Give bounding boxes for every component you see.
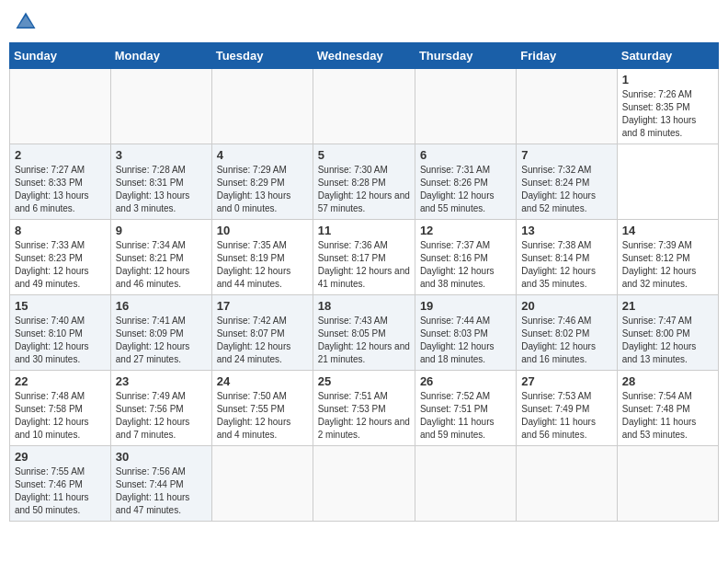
table-row: 10Sunrise: 7:35 AMSunset: 8:19 PMDayligh… — [211, 220, 313, 295]
col-saturday: Saturday — [617, 43, 718, 69]
day-number: 21 — [622, 299, 713, 313]
table-row — [517, 69, 617, 144]
day-info: Sunrise: 7:44 AMSunset: 8:03 PMDaylight:… — [420, 315, 511, 366]
col-thursday: Thursday — [415, 43, 516, 69]
table-row: 8Sunrise: 7:33 AMSunset: 8:23 PMDaylight… — [10, 220, 111, 295]
day-info: Sunrise: 7:46 AMSunset: 8:02 PMDaylight:… — [521, 315, 611, 366]
day-number: 29 — [15, 450, 106, 464]
table-row — [617, 446, 718, 522]
day-number: 23 — [116, 374, 207, 388]
day-info: Sunrise: 7:30 AMSunset: 8:28 PMDaylight:… — [318, 164, 410, 215]
table-row: 7Sunrise: 7:32 AMSunset: 8:24 PMDaylight… — [517, 144, 617, 220]
table-row: 17Sunrise: 7:42 AMSunset: 8:07 PMDayligh… — [211, 295, 313, 371]
table-row — [415, 69, 516, 144]
table-row — [211, 446, 313, 522]
day-number: 25 — [318, 374, 410, 388]
day-info: Sunrise: 7:47 AMSunset: 8:00 PMDaylight:… — [622, 315, 713, 366]
table-row: 2Sunrise: 7:27 AMSunset: 8:33 PMDaylight… — [10, 144, 111, 220]
table-row: 3Sunrise: 7:28 AMSunset: 8:31 PMDaylight… — [110, 144, 211, 220]
day-info: Sunrise: 7:53 AMSunset: 7:49 PMDaylight:… — [521, 390, 611, 442]
day-number: 10 — [217, 224, 308, 237]
day-number: 3 — [116, 148, 207, 162]
day-number: 1 — [622, 73, 713, 86]
day-number: 13 — [521, 224, 611, 237]
day-info: Sunrise: 7:36 AMSunset: 8:17 PMDaylight:… — [318, 239, 410, 291]
day-info: Sunrise: 7:50 AMSunset: 7:55 PMDaylight:… — [217, 390, 308, 442]
table-row: 12Sunrise: 7:37 AMSunset: 8:16 PMDayligh… — [415, 220, 516, 295]
table-row: 24Sunrise: 7:50 AMSunset: 7:55 PMDayligh… — [211, 371, 313, 446]
table-row: 21Sunrise: 7:47 AMSunset: 8:00 PMDayligh… — [617, 295, 718, 371]
calendar-week-row: 8Sunrise: 7:33 AMSunset: 8:23 PMDaylight… — [10, 220, 719, 295]
day-number: 28 — [622, 374, 713, 388]
day-number: 19 — [420, 299, 511, 313]
day-number: 26 — [420, 374, 511, 388]
day-info: Sunrise: 7:52 AMSunset: 7:51 PMDaylight:… — [420, 390, 511, 442]
table-row — [313, 446, 415, 522]
logo-icon — [13, 9, 39, 35]
day-info: Sunrise: 7:56 AMSunset: 7:44 PMDaylight:… — [116, 465, 207, 517]
table-row: 29Sunrise: 7:55 AMSunset: 7:46 PMDayligh… — [10, 446, 111, 522]
day-info: Sunrise: 7:26 AMSunset: 8:35 PMDaylight:… — [622, 88, 713, 140]
table-row: 30Sunrise: 7:56 AMSunset: 7:44 PMDayligh… — [110, 446, 211, 522]
calendar-header-row: Sunday Monday Tuesday Wednesday Thursday… — [10, 43, 719, 69]
day-number: 15 — [15, 299, 106, 313]
day-number: 8 — [15, 224, 106, 237]
day-number: 14 — [622, 224, 713, 237]
day-info: Sunrise: 7:33 AMSunset: 8:23 PMDaylight:… — [15, 239, 106, 291]
table-row: 11Sunrise: 7:36 AMSunset: 8:17 PMDayligh… — [313, 220, 415, 295]
day-info: Sunrise: 7:29 AMSunset: 8:29 PMDaylight:… — [217, 164, 308, 215]
table-row: 4Sunrise: 7:29 AMSunset: 8:29 PMDaylight… — [211, 144, 313, 220]
calendar: Sunday Monday Tuesday Wednesday Thursday… — [9, 42, 719, 522]
col-friday: Friday — [517, 43, 617, 69]
day-number: 7 — [521, 148, 611, 162]
day-info: Sunrise: 7:37 AMSunset: 8:16 PMDaylight:… — [420, 239, 511, 291]
table-row: 9Sunrise: 7:34 AMSunset: 8:21 PMDaylight… — [110, 220, 211, 295]
col-monday: Monday — [110, 43, 211, 69]
table-row: 27Sunrise: 7:53 AMSunset: 7:49 PMDayligh… — [517, 371, 617, 446]
day-number: 17 — [217, 299, 308, 313]
table-row: 28Sunrise: 7:54 AMSunset: 7:48 PMDayligh… — [617, 371, 718, 446]
table-row: 22Sunrise: 7:48 AMSunset: 7:58 PMDayligh… — [10, 371, 111, 446]
table-row: 19Sunrise: 7:44 AMSunset: 8:03 PMDayligh… — [415, 295, 516, 371]
table-row: 26Sunrise: 7:52 AMSunset: 7:51 PMDayligh… — [415, 371, 516, 446]
day-number: 2 — [15, 148, 106, 162]
day-number: 22 — [15, 374, 106, 388]
table-row: 14Sunrise: 7:39 AMSunset: 8:12 PMDayligh… — [617, 220, 718, 295]
day-info: Sunrise: 7:54 AMSunset: 7:48 PMDaylight:… — [622, 390, 713, 442]
table-row — [415, 446, 516, 522]
day-number: 6 — [420, 148, 511, 162]
day-number: 5 — [318, 148, 410, 162]
table-row: 13Sunrise: 7:38 AMSunset: 8:14 PMDayligh… — [517, 220, 617, 295]
table-row: 5Sunrise: 7:30 AMSunset: 8:28 PMDaylight… — [313, 144, 415, 220]
calendar-week-row: 2Sunrise: 7:27 AMSunset: 8:33 PMDaylight… — [10, 144, 719, 220]
calendar-week-row: 22Sunrise: 7:48 AMSunset: 7:58 PMDayligh… — [10, 371, 719, 446]
table-row — [110, 69, 211, 144]
table-row — [517, 446, 617, 522]
day-number: 27 — [521, 374, 611, 388]
calendar-week-row: 15Sunrise: 7:40 AMSunset: 8:10 PMDayligh… — [10, 295, 719, 371]
logo — [13, 9, 42, 35]
calendar-week-row: 29Sunrise: 7:55 AMSunset: 7:46 PMDayligh… — [10, 446, 719, 522]
table-row: 18Sunrise: 7:43 AMSunset: 8:05 PMDayligh… — [313, 295, 415, 371]
day-number: 4 — [217, 148, 308, 162]
day-info: Sunrise: 7:38 AMSunset: 8:14 PMDaylight:… — [521, 239, 611, 291]
day-info: Sunrise: 7:49 AMSunset: 7:56 PMDaylight:… — [116, 390, 207, 442]
table-row: 15Sunrise: 7:40 AMSunset: 8:10 PMDayligh… — [10, 295, 111, 371]
calendar-week-row: 1Sunrise: 7:26 AMSunset: 8:35 PMDaylight… — [10, 69, 719, 144]
day-info: Sunrise: 7:34 AMSunset: 8:21 PMDaylight:… — [116, 239, 207, 291]
day-info: Sunrise: 7:28 AMSunset: 8:31 PMDaylight:… — [116, 164, 207, 215]
day-number: 9 — [116, 224, 207, 237]
day-number: 20 — [521, 299, 611, 313]
table-row: 20Sunrise: 7:46 AMSunset: 8:02 PMDayligh… — [517, 295, 617, 371]
day-info: Sunrise: 7:55 AMSunset: 7:46 PMDaylight:… — [15, 465, 106, 517]
col-tuesday: Tuesday — [211, 43, 313, 69]
day-number: 30 — [116, 450, 207, 464]
day-number: 11 — [318, 224, 410, 237]
day-info: Sunrise: 7:41 AMSunset: 8:09 PMDaylight:… — [116, 315, 207, 366]
table-row — [313, 69, 415, 144]
day-info: Sunrise: 7:40 AMSunset: 8:10 PMDaylight:… — [15, 315, 106, 366]
table-row — [211, 69, 313, 144]
day-info: Sunrise: 7:43 AMSunset: 8:05 PMDaylight:… — [318, 315, 410, 366]
table-row: 1Sunrise: 7:26 AMSunset: 8:35 PMDaylight… — [617, 69, 718, 144]
day-info: Sunrise: 7:39 AMSunset: 8:12 PMDaylight:… — [622, 239, 713, 291]
